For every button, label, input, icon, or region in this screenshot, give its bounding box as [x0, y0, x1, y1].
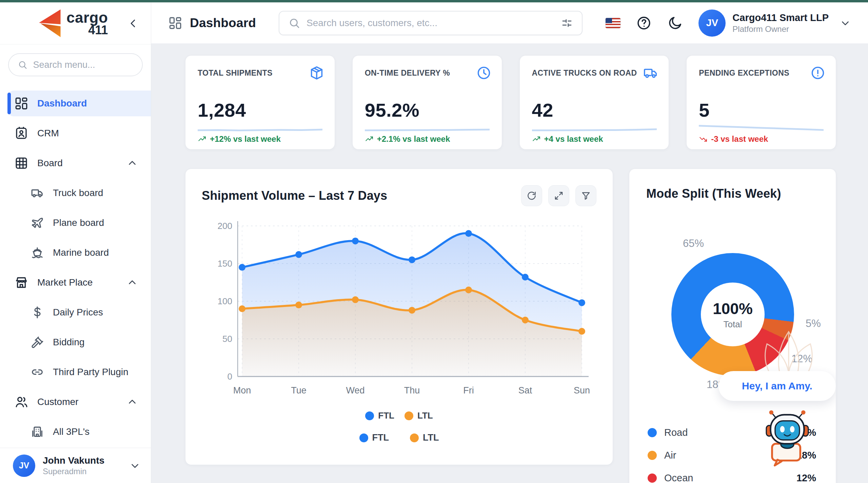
sidebar-item-label: Truck board	[53, 188, 103, 198]
legend-label: LTL	[423, 432, 439, 443]
user-avatar: JV	[13, 455, 35, 477]
legend-item-ltl[interactable]: LTL	[405, 410, 433, 421]
alert-icon	[810, 65, 826, 81]
kpi-delta: +4 vs last week	[532, 134, 603, 144]
brand-number: 411	[66, 24, 108, 36]
sidebar-user-panel[interactable]: JV John Vakunts Superadmin	[0, 448, 151, 483]
assistant-chat-bubble[interactable]: Hey, I am Amy.	[718, 371, 836, 401]
svg-text:Sun: Sun	[574, 385, 590, 395]
kpi-delta-text: +12% vs last week	[210, 134, 281, 144]
brand-logo-text: cargo 411	[66, 11, 108, 36]
assistant-robot-avatar[interactable]	[764, 406, 810, 467]
user-avatar-initials: JV	[19, 461, 29, 470]
help-button[interactable]	[636, 15, 652, 31]
svg-text:Fri: Fri	[463, 385, 474, 395]
page-title-text: Dashboard	[190, 16, 256, 30]
donut-total-value: 100%	[713, 300, 753, 318]
svg-text:50: 50	[222, 334, 232, 344]
legend-label: FTL	[372, 432, 389, 443]
legend-item-ltl[interactable]: LTL	[410, 432, 439, 443]
legend-dot	[365, 411, 374, 420]
sidebar-search-input[interactable]	[33, 60, 133, 70]
link-icon	[31, 365, 44, 379]
sidebar-search[interactable]	[8, 53, 143, 76]
global-search-input[interactable]	[307, 18, 555, 28]
legend-label: LTL	[417, 410, 433, 421]
svg-text:Mon: Mon	[233, 385, 251, 395]
sidebar-item-crm[interactable]: CRM	[8, 120, 151, 146]
clock-icon	[476, 65, 492, 81]
legend-dot	[648, 428, 657, 437]
mode-split-card: Mode Split (This Week) 100% Total	[629, 169, 836, 483]
donut-label-road: 65%	[683, 237, 704, 250]
legend-dot	[648, 451, 657, 460]
package-icon	[309, 65, 324, 81]
kpi-row: TOTAL SHIPMENTS1,284+12% vs last weekON-…	[185, 55, 836, 150]
legend-item-ftl[interactable]: FTL	[359, 432, 389, 443]
customer-icon	[14, 395, 28, 409]
sidebar-item-dashboard[interactable]: Dashboard	[8, 91, 151, 116]
sidebar-nav: DashboardCRMBoardTruck boardPlane boardM…	[0, 86, 151, 448]
dark-mode-toggle[interactable]	[667, 15, 683, 31]
chevron-left-icon	[127, 17, 139, 30]
sidebar-item-plane-board[interactable]: Plane board	[8, 210, 151, 236]
search-icon	[18, 59, 27, 71]
sidebar-item-marine-board[interactable]: Marine board	[8, 240, 151, 266]
trend-up-icon	[365, 135, 374, 143]
shipment-volume-card: Shipment Volume – Last 7 Days 0501001502…	[185, 169, 613, 465]
kpi-card-total-shipments: TOTAL SHIPMENTS1,284+12% vs last week	[185, 55, 335, 150]
sidebar-item-market-place[interactable]: Market Place	[8, 270, 151, 295]
chevron-up-icon[interactable]	[126, 396, 138, 408]
svg-text:Thu: Thu	[404, 385, 420, 395]
moon-icon	[667, 15, 683, 31]
trend-up-icon	[532, 135, 541, 143]
mode-legend-row-ocean[interactable]: Ocean12%	[648, 469, 816, 483]
global-search[interactable]	[279, 11, 583, 35]
sidebar-item-label: Bidding	[53, 337, 84, 348]
chart-legend: FTLLTL	[202, 410, 596, 421]
filter-button[interactable]	[575, 185, 596, 206]
legend-dot	[405, 411, 413, 420]
sidebar-item-daily-prices[interactable]: Daily Prices	[8, 300, 151, 325]
line-chart: 050100150200MonTueWedThuFriSatSun	[202, 213, 597, 403]
dollar-icon	[31, 306, 44, 319]
board-icon	[14, 156, 28, 170]
mode-split-title: Mode Split (This Week)	[629, 187, 836, 201]
sidebar-item-board[interactable]: Board	[8, 150, 151, 176]
kpi-label: PENDING EXCEPTIONS	[699, 69, 789, 78]
truck-icon	[643, 65, 658, 81]
svg-text:Sat: Sat	[518, 385, 532, 395]
language-flag-us[interactable]	[606, 18, 620, 28]
sidebar-item-customer[interactable]: Customer	[8, 389, 151, 415]
sidebar-collapse-button[interactable]	[127, 17, 139, 30]
chevron-up-icon[interactable]	[126, 157, 138, 169]
sidebar-item-bidding[interactable]: Bidding	[8, 329, 151, 355]
dashboard-icon	[168, 16, 182, 30]
sidebar-header: cargo 411	[0, 2, 151, 44]
help-icon	[636, 15, 652, 31]
sidebar-item-all-3pl-s[interactable]: All 3PL's	[8, 419, 151, 445]
sidebar-item-label: Daily Prices	[53, 307, 103, 318]
sidebar-item-truck-board[interactable]: Truck board	[8, 180, 151, 206]
kpi-value: 5	[699, 99, 710, 121]
sidebar-item-label: Third Party Plugin	[53, 367, 129, 378]
kpi-delta-text: +2.1% vs last week	[377, 134, 450, 144]
legend-item-ftl[interactable]: FTL	[365, 410, 394, 421]
account-avatar-initials: JV	[706, 17, 718, 28]
brand-logo[interactable]: cargo 411	[33, 9, 108, 38]
crm-icon	[14, 126, 28, 140]
main-content: TOTAL SHIPMENTS1,284+12% vs last weekON-…	[151, 44, 868, 483]
truck-icon	[31, 186, 44, 200]
brand-logo-icon	[33, 9, 62, 38]
kpi-delta: +2.1% vs last week	[365, 134, 450, 144]
chevron-up-icon[interactable]	[126, 277, 138, 288]
account-menu[interactable]: JV Cargo411 Smart LLP Platform Owner	[698, 9, 851, 37]
sidebar-item-third-party-plugin[interactable]: Third Party Plugin	[8, 359, 151, 385]
kpi-value: 1,284	[198, 99, 246, 121]
refresh-button[interactable]	[521, 185, 542, 206]
top-header: Dashboard JV Cargo411 Smart LLP	[151, 2, 868, 44]
expand-button[interactable]	[548, 185, 569, 206]
filter-sliders-icon[interactable]	[561, 17, 573, 29]
kpi-delta: -3 vs last week	[699, 134, 768, 144]
kpi-sparkline	[699, 122, 824, 134]
